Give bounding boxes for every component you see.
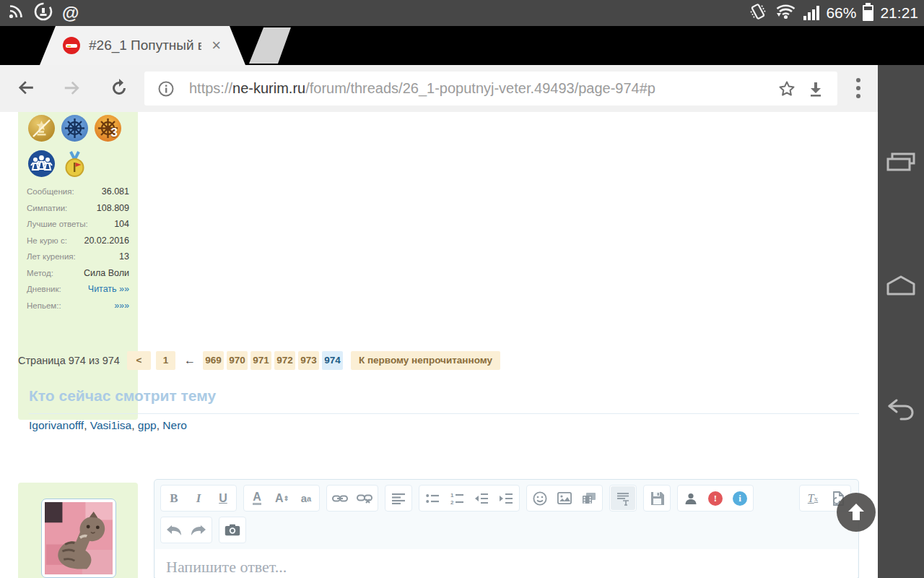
back-button[interactable] bbox=[11, 72, 43, 104]
user-link[interactable]: Igorivanofff bbox=[29, 419, 84, 431]
mention-user-button[interactable] bbox=[679, 486, 703, 510]
stat-label: Непьем:: bbox=[27, 301, 61, 310]
stat-row: Сообщения:36.081 bbox=[27, 186, 129, 203]
ne-kurim-favicon bbox=[63, 37, 80, 54]
page-972-button[interactable]: 972 bbox=[274, 351, 295, 370]
remove-link-button[interactable] bbox=[352, 486, 377, 510]
next-tab-stub[interactable] bbox=[249, 27, 291, 64]
stat-row: Лучшие ответы:104 bbox=[27, 219, 129, 236]
page-969-button[interactable]: 969 bbox=[203, 351, 224, 370]
ship-wheel-3-badge-icon: 3 bbox=[95, 115, 121, 142]
avatar[interactable] bbox=[41, 499, 116, 578]
cat-photo bbox=[45, 502, 113, 574]
report-button[interactable]: ! bbox=[703, 486, 728, 510]
alignment-button[interactable] bbox=[386, 486, 411, 510]
stat-label: Не курю с: bbox=[27, 236, 67, 245]
user-link[interactable]: Nero bbox=[162, 419, 187, 431]
stat-value: 36.081 bbox=[102, 186, 129, 197]
nepem-link[interactable]: »»» bbox=[114, 301, 129, 311]
forward-button[interactable] bbox=[56, 72, 88, 104]
wifi-icon bbox=[774, 3, 797, 23]
font-size-button[interactable]: A⇕ bbox=[269, 486, 294, 510]
android-nav-strip bbox=[878, 65, 924, 578]
reload-button[interactable] bbox=[103, 72, 135, 104]
android-status-bar: @ 66% 21:21 bbox=[0, 0, 924, 26]
bold-button[interactable]: B bbox=[162, 486, 186, 510]
user-info-panel: 3 Сообщения:36.081 Симпатии:108.809 Лучш… bbox=[18, 112, 138, 420]
chrome-toolbar: https://ne-kurim.ru/forum/threads/26_1-p… bbox=[0, 65, 878, 112]
badge-count: 3 bbox=[111, 126, 118, 140]
download-icon[interactable] bbox=[801, 73, 830, 105]
diary-read-link[interactable]: Читать »» bbox=[88, 284, 129, 294]
stat-row: Непьем::»»» bbox=[27, 301, 129, 317]
mail-agent-icon: @ bbox=[62, 3, 79, 23]
clock: 21:21 bbox=[880, 4, 918, 22]
tab-close-icon[interactable]: × bbox=[212, 38, 221, 53]
underline-button[interactable]: U bbox=[211, 486, 235, 510]
reply-textarea[interactable]: Напишите ответ... bbox=[155, 549, 858, 578]
tab-title: #26_1 Попутный ветер | bbox=[89, 38, 201, 53]
indent-button[interactable] bbox=[494, 486, 518, 510]
stat-value: 13 bbox=[119, 251, 129, 262]
stat-row: Дневник:Читать »» bbox=[27, 284, 129, 301]
url-scheme: https:// bbox=[189, 80, 232, 96]
first-unread-button[interactable]: К первому непрочитанному bbox=[351, 351, 500, 370]
page-1-button[interactable]: 1 bbox=[156, 351, 175, 370]
url-text[interactable]: https://ne-kurim.ru/forum/threads/26_1-p… bbox=[189, 80, 772, 97]
stat-value: 108.809 bbox=[97, 203, 129, 213]
smilies-button[interactable] bbox=[528, 486, 552, 510]
url-path: /forum/threads/26_1-poputnyj-veter.49493… bbox=[305, 80, 655, 96]
remove-formatting-button[interactable]: Tx bbox=[801, 486, 825, 510]
stat-value: 104 bbox=[114, 219, 129, 229]
home-icon[interactable] bbox=[886, 275, 916, 299]
medal-badge-icon bbox=[61, 150, 88, 177]
stat-label: Сообщения: bbox=[27, 187, 74, 196]
rss-icon bbox=[7, 3, 25, 23]
bullet-list-button[interactable] bbox=[420, 486, 445, 510]
page-info-icon[interactable] bbox=[152, 73, 180, 105]
bookmark-star-icon[interactable] bbox=[772, 73, 801, 105]
info-button[interactable]: i bbox=[728, 486, 752, 510]
italic-button[interactable]: I bbox=[186, 486, 211, 510]
svg-text:1: 1 bbox=[450, 492, 454, 499]
stat-row: Не курю с:20.02.2016 bbox=[27, 236, 129, 252]
redo-button[interactable] bbox=[186, 518, 211, 542]
cleaner-app-icon bbox=[33, 1, 53, 25]
page-973-button[interactable]: 973 bbox=[298, 351, 319, 370]
user-link[interactable]: gpp bbox=[138, 419, 157, 431]
insert-quote-button[interactable] bbox=[611, 486, 635, 510]
user-badges: 3 bbox=[27, 115, 129, 177]
numbered-list-button[interactable]: 12 bbox=[445, 486, 469, 510]
page-970-button[interactable]: 970 bbox=[227, 351, 248, 370]
scroll-to-top-button[interactable] bbox=[837, 493, 876, 532]
pages-back-arrow[interactable]: ← bbox=[182, 351, 198, 370]
trophy-badge-icon bbox=[28, 115, 55, 142]
insert-media-button[interactable] bbox=[577, 486, 601, 510]
android-back-icon[interactable] bbox=[886, 397, 915, 425]
up-arrow-icon bbox=[845, 501, 867, 523]
user-link[interactable]: Vasi1isa bbox=[90, 419, 131, 431]
outdent-button[interactable] bbox=[469, 486, 494, 510]
undo-button[interactable] bbox=[162, 518, 186, 542]
ship-wheel-badge-icon bbox=[61, 115, 88, 142]
prev-page-button[interactable]: < bbox=[127, 351, 151, 370]
font-family-button[interactable]: aa bbox=[294, 486, 318, 510]
drafts-save-button[interactable] bbox=[645, 486, 669, 510]
text-color-button[interactable]: A bbox=[253, 491, 261, 506]
stat-row: Метод:Сила Воли bbox=[27, 268, 129, 285]
insert-image-button[interactable] bbox=[552, 486, 577, 510]
insert-link-button[interactable] bbox=[328, 486, 352, 510]
stat-label: Симпатии: bbox=[27, 204, 67, 212]
forum-page: 3 Сообщения:36.081 Симпатии:108.809 Лучш… bbox=[0, 112, 878, 578]
battery-icon bbox=[863, 5, 873, 21]
recents-icon[interactable] bbox=[886, 152, 916, 181]
separator: , bbox=[84, 419, 90, 431]
page-info-label: Страница 974 из 974 bbox=[18, 355, 120, 366]
attach-photo-button[interactable] bbox=[220, 518, 245, 542]
editor-toolbar-row-2 bbox=[154, 512, 858, 543]
omnibox[interactable]: https://ne-kurim.ru/forum/threads/26_1-p… bbox=[144, 72, 837, 105]
vibrate-icon bbox=[749, 2, 767, 24]
active-tab[interactable]: #26_1 Попутный ветер | × bbox=[40, 26, 245, 65]
menu-overflow-icon[interactable] bbox=[856, 78, 860, 98]
page-971-button[interactable]: 971 bbox=[250, 351, 271, 370]
